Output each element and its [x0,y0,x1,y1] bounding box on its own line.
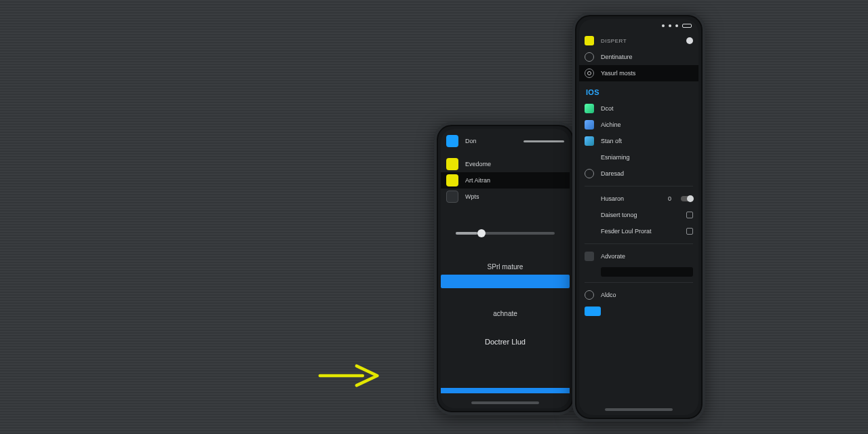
list-item-label: Don [465,138,517,144]
divider [585,282,693,283]
app-icon [585,136,594,146]
signal-dot-icon [662,24,665,27]
list-item-aldco[interactable]: Aldco [579,287,698,303]
phone-right-screen: DISPERT Dentinature Yasurl mosts IOS Dco… [579,19,698,415]
primary-action-button[interactable] [441,275,570,288]
option-daisert-tonog[interactable]: Daisert tonog [579,207,698,223]
list-item-yasurl-mosts[interactable]: Yasurl mosts [579,65,698,81]
home-indicator-icon [605,408,673,411]
list-item-dcot[interactable]: Dcot [579,100,698,117]
app-icon [446,158,458,170]
option-label: Daisert tonog [601,212,679,218]
divider [585,186,693,186]
list-item-label: Esniarning [601,154,693,161]
list-item-label: Aichine [601,121,693,128]
radio-icon[interactable] [585,52,594,62]
list-item-don[interactable]: Don [441,133,570,149]
checkbox-icon[interactable] [686,228,693,235]
phone-mockup-right: DISPERT Dentinature Yasurl mosts IOS Dco… [572,12,705,422]
app-badge-icon [585,36,594,45]
list-item-wpts[interactable]: Wpts [441,189,570,205]
progress-bar [441,388,570,393]
app-icon [585,120,594,130]
text-input[interactable] [601,267,693,277]
section-title-ios: IOS [579,81,698,100]
overflow-icon[interactable] [686,37,693,44]
selected-chip[interactable] [579,303,698,319]
signal-dot-icon [675,24,678,27]
settings-icon [585,252,594,261]
list-item-label: Yasurl mosts [601,70,693,77]
arrow-right-icon [316,363,382,388]
battery-icon [682,24,692,28]
option-label: Fesder Loul Prorat [601,228,679,235]
list-item-art-aitran[interactable]: Art Aitran [441,172,570,189]
slider-fill [456,232,477,235]
section-achnate-label[interactable]: achnate [441,306,570,321]
divider [585,243,693,244]
option-value: 0 [668,195,671,202]
checkbox-icon[interactable] [686,212,693,218]
power-icon [585,169,594,178]
header-title: DISPERT [601,38,679,44]
option-label: Advorate [601,253,693,260]
status-bar [579,19,698,33]
slider-track-icon [524,140,564,142]
list-item-esniarning[interactable]: Esniarning [579,149,698,165]
list-item-aichine[interactable]: Aichine [579,117,698,133]
slider-knob-icon[interactable] [477,229,486,237]
primary-action-label[interactable]: SPrl mature [441,259,570,275]
home-indicator-icon [471,401,539,404]
app-icon [446,135,458,147]
list-item-stan-oft[interactable]: Stan oft [579,133,698,149]
list-item-label: Aldco [601,292,693,298]
list-item-label: Wpts [465,193,564,200]
list-item-dentinature[interactable]: Dentinature [579,49,698,65]
list-item-label: Evedome [465,161,564,167]
list-item-daresad[interactable]: Daresad [579,165,698,182]
option-advorate[interactable]: Advorate [579,248,698,264]
list-item-label: Daresad [601,170,693,177]
app-icon [446,174,458,186]
circle-icon [585,290,594,300]
phone-mockup-left: Don Evedome Art Aitran Wpts SPrl mature … [434,122,576,415]
list-item-evedome[interactable]: Evedome [441,156,570,172]
section-doctrer-label[interactable]: Doctrer Llud [441,334,570,350]
selected-chip-icon [585,307,601,316]
signal-dot-icon [669,24,671,27]
settings-slider[interactable] [456,232,555,235]
phone-left-screen: Don Evedome Art Aitran Wpts SPrl mature … [441,129,570,408]
list-item-label: Art Aitran [465,177,564,184]
option-fesder-loul-prorat[interactable]: Fesder Loul Prorat [579,223,698,239]
list-item-label: Stan oft [601,138,693,144]
list-item-label: Dcot [601,105,693,112]
list-item-label: Dentinature [601,54,693,60]
checkbox-icon[interactable] [446,191,458,203]
option-husaron[interactable]: Husaron 0 [579,191,698,207]
app-icon [585,104,594,113]
settings-header: DISPERT [579,33,698,49]
toggle-icon[interactable] [681,196,693,201]
option-label: Husaron [601,195,661,202]
radio-selected-icon[interactable] [585,68,594,78]
